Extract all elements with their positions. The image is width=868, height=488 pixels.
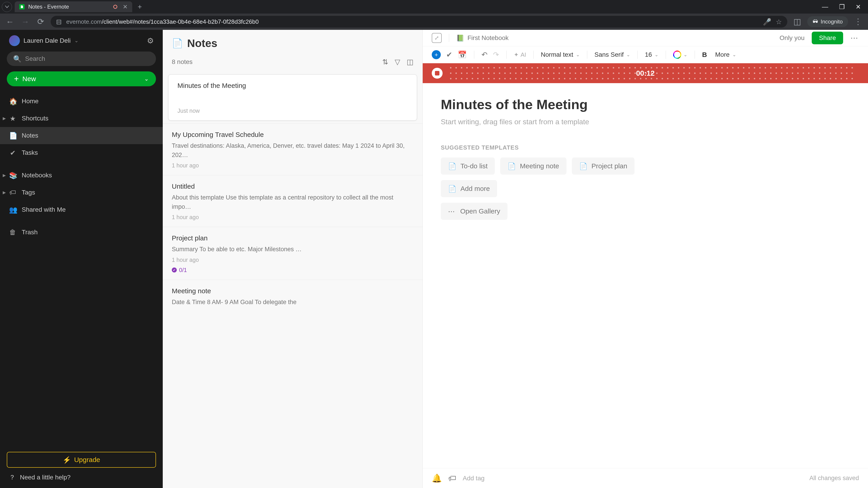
- address-bar[interactable]: ⊟ evernote.com/client/web#/notes/1cca33a…: [51, 16, 787, 28]
- font-size-select[interactable]: 16 ⌄: [645, 51, 658, 58]
- note-list-item[interactable]: My Upcoming Travel Schedule Travel desti…: [163, 123, 423, 175]
- expand-caret-icon[interactable]: ▶: [3, 116, 6, 121]
- browser-titlebar: Notes - Evernote ✕ + — ❐ ✕: [0, 0, 868, 13]
- help-icon: ？: [9, 473, 16, 482]
- nav-label: Notebooks: [22, 172, 52, 179]
- template-project-plan[interactable]: 📄 Project plan: [572, 158, 634, 175]
- notes-icon: 📄: [172, 38, 183, 48]
- sparkle-icon: ✦: [514, 51, 519, 58]
- plus-icon: +: [14, 74, 19, 84]
- note-title: Untitled: [172, 183, 413, 190]
- search-input[interactable]: 🔍 Search: [7, 52, 156, 66]
- document-icon: 📄: [448, 162, 456, 170]
- open-gallery-button[interactable]: ⋯ Open Gallery: [441, 203, 507, 220]
- share-button[interactable]: Share: [812, 32, 843, 44]
- notebook-icon: 📗: [456, 34, 464, 42]
- close-window-button[interactable]: ✕: [856, 3, 861, 11]
- nav-label: Trash: [22, 229, 38, 236]
- sidebar-item-notes[interactable]: 📄 Notes: [0, 127, 163, 144]
- note-list-item[interactable]: Project plan Summary To be able to etc. …: [163, 227, 423, 280]
- note-timestamp: Just now: [178, 107, 408, 114]
- sidebar-item-tags[interactable]: ▶ 🏷 Tags: [0, 184, 163, 201]
- side-panel-icon[interactable]: ◫: [792, 17, 803, 26]
- evernote-favicon-icon: [19, 4, 25, 9]
- template-label: To-do list: [460, 162, 488, 170]
- note-list-item[interactable]: Untitled About this template Use this te…: [163, 175, 423, 227]
- editor-body[interactable]: Minutes of the Meeting Start writing, dr…: [423, 83, 868, 468]
- maximize-button[interactable]: ❐: [839, 3, 845, 11]
- view-toggle-icon[interactable]: ◫: [407, 58, 413, 66]
- add-more-templates-button[interactable]: 📄 Add more: [441, 180, 497, 197]
- sidebar-item-shared[interactable]: 👥 Shared with Me: [0, 201, 163, 218]
- notelist-title: Notes: [187, 37, 217, 50]
- sidebar-item-shortcuts[interactable]: ▶ ★ Shortcuts: [0, 110, 163, 127]
- font-family-select[interactable]: Sans Serif ⌄: [594, 51, 630, 58]
- bookmark-star-icon[interactable]: ☆: [776, 18, 782, 26]
- notebook-selector[interactable]: 📗 First Notebook: [456, 34, 508, 42]
- bold-button[interactable]: B: [702, 51, 707, 59]
- tab-search-dropdown[interactable]: [2, 2, 12, 12]
- notebook-name: First Notebook: [467, 34, 508, 41]
- sort-icon[interactable]: ⇅: [382, 58, 388, 66]
- close-tab-icon[interactable]: ✕: [123, 3, 128, 10]
- chevron-down-icon[interactable]: ⌄: [144, 76, 149, 82]
- browser-tab[interactable]: Notes - Evernote ✕: [15, 1, 132, 12]
- calendar-icon[interactable]: 📅: [458, 51, 467, 59]
- people-icon: 👥: [9, 206, 16, 214]
- sidebar-item-trash[interactable]: 🗑 Trash: [0, 224, 163, 241]
- recording-indicator-icon: [113, 5, 117, 9]
- ai-button[interactable]: ✦ AI: [514, 51, 526, 58]
- undo-icon[interactable]: ↶: [482, 51, 488, 59]
- gallery-label: Open Gallery: [460, 207, 500, 215]
- text-color-select[interactable]: ⌄: [673, 51, 687, 59]
- incognito-badge[interactable]: 🕶 Incognito: [807, 16, 848, 27]
- minimize-button[interactable]: —: [822, 3, 828, 11]
- save-status: All changes saved: [809, 475, 859, 482]
- font-size-value: 16: [645, 51, 652, 58]
- visibility-label[interactable]: Only you: [780, 34, 805, 41]
- note-preview: Summary To be able to etc. Major Milesto…: [172, 245, 413, 254]
- check-circle-icon: ✔: [9, 149, 16, 157]
- expand-note-icon[interactable]: ⤢: [432, 33, 442, 43]
- browser-menu-icon[interactable]: ⋮: [852, 17, 864, 26]
- note-list-panel: 📄 Notes 8 notes ⇅ ▽ ◫ Minutes of the Mee…: [163, 30, 423, 488]
- account-switcher[interactable]: Lauren Dale Deli ⌄ ⚙: [0, 35, 163, 52]
- forward-button: →: [20, 17, 31, 26]
- note-title: My Upcoming Travel Schedule: [172, 131, 413, 138]
- help-link[interactable]: ？ Need a little help?: [0, 473, 163, 488]
- add-tag-input[interactable]: Add tag: [463, 475, 485, 482]
- editor-footer: 🔔 🏷 Add tag All changes saved: [423, 468, 868, 488]
- ai-label: AI: [521, 51, 526, 58]
- text-style-select[interactable]: Normal text ⌄: [541, 51, 580, 58]
- note-more-menu-icon[interactable]: ⋯: [850, 33, 859, 42]
- reminder-icon[interactable]: 🔔: [432, 474, 442, 483]
- stop-recording-button[interactable]: [432, 68, 442, 78]
- ellipsis-icon: ⋯: [448, 207, 455, 215]
- settings-gear-icon[interactable]: ⚙: [147, 36, 154, 45]
- note-list-item[interactable]: Minutes of the Meeting Just now: [168, 74, 417, 121]
- new-tab-button[interactable]: +: [138, 3, 142, 11]
- editor-header: ⤢ 📗 First Notebook Only you Share ⋯: [423, 30, 868, 46]
- reload-button[interactable]: ⟳: [35, 17, 46, 26]
- document-icon: 📄: [507, 162, 516, 170]
- template-todo-list[interactable]: 📄 To-do list: [441, 158, 495, 175]
- more-formatting-select[interactable]: More ⌄: [715, 51, 736, 58]
- new-note-button[interactable]: + New ⌄: [7, 71, 156, 86]
- expand-caret-icon[interactable]: ▶: [3, 190, 6, 195]
- sidebar-item-tasks[interactable]: ✔ Tasks: [0, 144, 163, 161]
- note-title-input[interactable]: Minutes of the Meeting: [441, 97, 850, 112]
- site-info-icon[interactable]: ⊟: [56, 18, 62, 26]
- add-tag-icon[interactable]: 🏷: [448, 474, 456, 483]
- template-meeting-note[interactable]: 📄 Meeting note: [500, 158, 566, 175]
- upgrade-button[interactable]: ⚡ Upgrade: [7, 452, 156, 468]
- editor-panel: ⤢ 📗 First Notebook Only you Share ⋯ + ✔ …: [423, 30, 868, 488]
- voice-search-icon[interactable]: 🎤: [763, 18, 771, 26]
- note-list-item[interactable]: Meeting note Date & Time 8 AM- 9 AM Goal…: [163, 280, 423, 316]
- back-button[interactable]: ←: [4, 17, 16, 26]
- filter-icon[interactable]: ▽: [395, 58, 400, 66]
- insert-button[interactable]: +: [432, 50, 441, 59]
- task-icon[interactable]: ✔: [446, 51, 452, 59]
- expand-caret-icon[interactable]: ▶: [3, 173, 6, 178]
- sidebar-item-notebooks[interactable]: ▶ 📚 Notebooks: [0, 167, 163, 184]
- sidebar-item-home[interactable]: 🏠 Home: [0, 93, 163, 110]
